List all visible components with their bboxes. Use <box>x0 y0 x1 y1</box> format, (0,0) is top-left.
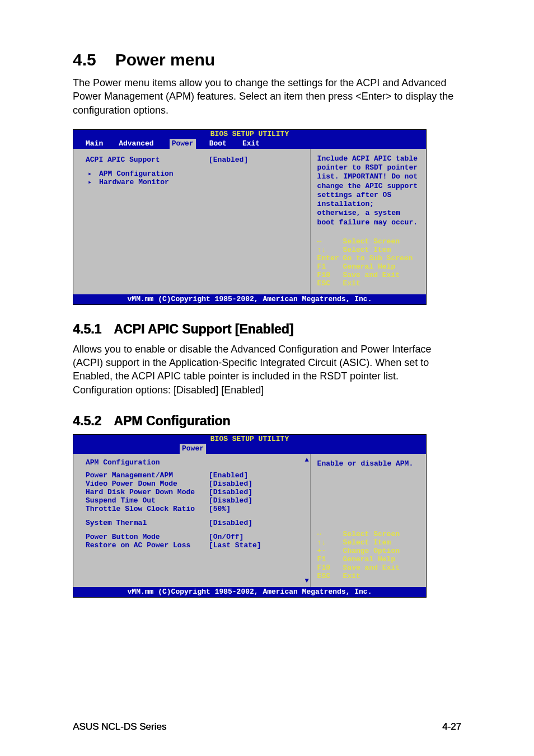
nav-desc: Save and Exit <box>343 564 400 572</box>
bios-item-value: [Enabled] <box>209 156 248 164</box>
bios-tab-bar: Main Advanced Power Boot Exit <box>73 139 426 149</box>
bios-item-value: [50%] <box>209 505 231 513</box>
bios-item-hd-pdm[interactable]: Hard Disk Power Down Mode[Disabled] <box>86 488 305 496</box>
bios-item-label: Power Button Mode <box>86 533 209 541</box>
bios-main-panel: ▲ APM Configuration Power Management/APM… <box>73 454 310 587</box>
nav-desc: Exit <box>343 279 360 288</box>
nav-desc: Select Screen <box>343 530 400 538</box>
bios-item-label: Throttle Slow Clock Ratio <box>86 505 209 513</box>
bios-item-system-thermal[interactable]: System Thermal[Disabled] <box>86 519 305 527</box>
bios-submenu-apm-config[interactable]: APM Configuration <box>86 170 305 178</box>
nav-desc: Change Option <box>343 547 400 555</box>
nav-desc: Go to Sub Screen <box>343 254 413 262</box>
scroll-up-icon[interactable]: ▲ <box>305 456 308 464</box>
bios-item-label: Hard Disk Power Down Mode <box>86 488 209 496</box>
bios-tab-advanced[interactable]: Advanced <box>119 139 161 149</box>
bios-item-value: [Disabled] <box>209 488 252 496</box>
bios-item-value: [Enabled] <box>209 471 248 480</box>
bios-item-value: [Disabled] <box>209 480 252 488</box>
nav-key: +- <box>317 547 343 555</box>
section-title: Power menu <box>115 50 215 69</box>
section-number: 4.5 <box>73 50 96 69</box>
bios-help-text: Enable or disable APM. <box>317 459 420 468</box>
bios-tab-main[interactable]: Main <box>86 139 111 149</box>
bios-item-restore-ac-loss[interactable]: Restore on AC Power Loss[Last State] <box>86 541 305 550</box>
bios-item-power-button-mode[interactable]: Power Button Mode[On/Off] <box>86 533 305 541</box>
bios-title: BIOS SETUP UTILITY <box>73 130 426 139</box>
bios-main-panel: ACPI APIC Support [Enabled] APM Configur… <box>73 149 310 294</box>
nav-desc: Select Item <box>343 246 391 254</box>
nav-key: ESC <box>317 279 343 288</box>
nav-desc: Save and Exit <box>343 271 400 279</box>
bios-tab-power[interactable]: Power <box>180 444 206 454</box>
bios-item-label: System Thermal <box>86 519 209 527</box>
bios-item-pm-apm[interactable]: Power Management/APM[Enabled] <box>86 471 305 480</box>
nav-key: Enter <box>317 254 343 262</box>
bios-item-label: Restore on AC Power Loss <box>86 541 209 550</box>
bios-item-label: Video Power Down Mode <box>86 480 209 488</box>
bios-item-video-pdm[interactable]: Video Power Down Mode[Disabled] <box>86 480 305 488</box>
nav-key: F1 <box>317 262 343 271</box>
bios-tab-power[interactable]: Power <box>170 139 196 149</box>
bios-title: BIOS SETUP UTILITY <box>73 435 426 444</box>
bios-submenu-hardware-monitor[interactable]: Hardware Monitor <box>86 178 305 186</box>
nav-key: F10 <box>317 564 343 572</box>
bios-item-value: [Last State] <box>209 541 261 550</box>
section-heading: 4.5Power menu <box>73 50 461 69</box>
subsection-452: 4.5.2APM Configuration <box>73 414 461 429</box>
nav-desc: General Help <box>343 555 396 564</box>
bios-nav-help: ↔Select Screen ↑↓Select Item +-Change Op… <box>317 530 420 580</box>
subsection-451-body: Allows you to enable or disable the Adva… <box>73 342 461 397</box>
footer-product: ASUS NCL-DS Series <box>73 721 166 732</box>
nav-key: F1 <box>317 555 343 564</box>
bios-nav-help: ↔Select Screen ↑↓Select Item EnterGo to … <box>317 237 420 288</box>
bios-item-value: [On/Off] <box>209 533 243 541</box>
bios-tab-boot[interactable]: Boot <box>209 139 235 149</box>
nav-key: F10 <box>317 271 343 279</box>
bios-item-label: Suspend Time Out <box>86 496 209 505</box>
nav-key: ↔ <box>317 237 343 246</box>
bios-item-throttle-ratio[interactable]: Throttle Slow Clock Ratio[50%] <box>86 505 305 513</box>
nav-key: ESC <box>317 572 343 580</box>
bios-help-panel: Include ACPI APIC table pointer to RSDT … <box>310 149 426 294</box>
bios-help-text: Include ACPI APIC table pointer to RSDT … <box>317 154 420 227</box>
bios-screenshot-power-menu: BIOS SETUP UTILITY Main Advanced Power B… <box>73 129 427 305</box>
bios-tab-exit[interactable]: Exit <box>242 139 268 149</box>
nav-key: ↑↓ <box>317 538 343 547</box>
bios-item-label: Power Management/APM <box>86 471 209 480</box>
scroll-down-icon[interactable]: ▼ <box>305 577 308 585</box>
intro-paragraph: The Power menu items allow you to change… <box>73 76 461 117</box>
nav-key: ↔ <box>317 530 343 538</box>
bios-copyright: vMM.mm (C)Copyright 1985-2002, American … <box>73 294 426 304</box>
bios-item-suspend-timeout[interactable]: Suspend Time Out[Disabled] <box>86 496 305 505</box>
bios-panel-header: APM Configuration <box>86 458 305 467</box>
subsection-number: 4.5.1 <box>73 322 101 336</box>
bios-item-value: [Disabled] <box>209 519 252 527</box>
bios-item-acpi-apic[interactable]: ACPI APIC Support [Enabled] <box>86 156 305 164</box>
nav-key: ↑↓ <box>317 246 343 254</box>
nav-desc: General Help <box>343 262 396 271</box>
bios-copyright: vMM.mm (C)Copyright 1985-2002, American … <box>73 587 426 597</box>
subsection-number: 4.5.2 <box>73 414 101 428</box>
bios-tab-bar: Power <box>73 444 426 454</box>
bios-item-label: ACPI APIC Support <box>86 156 209 164</box>
bios-item-value: [Disabled] <box>209 496 252 505</box>
subsection-title: ACPI APIC Support [Enabled] <box>114 322 293 336</box>
nav-desc: Exit <box>343 572 360 580</box>
bios-screenshot-apm-config: BIOS SETUP UTILITY Power ▲ APM Configura… <box>73 434 427 598</box>
subsection-title: APM Configuration <box>114 414 230 428</box>
page-footer: ASUS NCL-DS Series 4-27 <box>73 721 461 732</box>
nav-desc: Select Screen <box>343 237 400 246</box>
subsection-451: 4.5.1ACPI APIC Support [Enabled] <box>73 322 461 337</box>
footer-page-number: 4-27 <box>442 721 461 732</box>
bios-help-panel: Enable or disable APM. ↔Select Screen ↑↓… <box>310 454 426 587</box>
nav-desc: Select Item <box>343 538 391 547</box>
